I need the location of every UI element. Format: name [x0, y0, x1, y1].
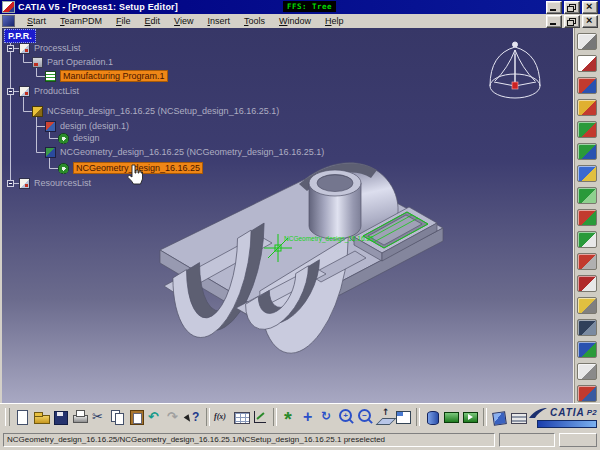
tree-item-productlist[interactable]: ProductList — [19, 85, 79, 97]
render-style-icon[interactable] — [509, 408, 528, 426]
tree-item-processlist[interactable]: ProcessList — [19, 42, 81, 54]
tree-item-design-design-1-[interactable]: design (design.1) — [45, 120, 129, 132]
pan-icon[interactable] — [299, 408, 318, 426]
resource-icon[interactable] — [577, 385, 597, 402]
doc-restore-button[interactable] — [564, 15, 580, 28]
tree-item-label: Manufacturing Program.1 — [60, 70, 168, 82]
view-compass[interactable] — [484, 40, 546, 108]
bottom-toolbar: CATIA P2 — [0, 403, 600, 430]
measure-icon[interactable] — [251, 408, 270, 426]
tree-item-part-operation-1[interactable]: Part Operation.1 — [32, 56, 113, 68]
zoom-out-icon[interactable] — [356, 408, 375, 426]
catia-window: CATIA V5 - [Process1: Setup Editor] FFS:… — [0, 0, 600, 450]
documentation-icon[interactable] — [577, 363, 597, 380]
catia-app-icon[interactable] — [2, 1, 15, 13]
design-node-icon — [45, 121, 56, 132]
menu-teampdm[interactable]: TeamPDM — [53, 16, 109, 26]
restore-button[interactable] — [564, 1, 580, 14]
profile-contouring-icon[interactable] — [577, 121, 597, 138]
menu-view[interactable]: View — [167, 16, 200, 26]
catia-logo: CATIA P2 — [528, 407, 600, 428]
pocketing-icon[interactable] — [577, 77, 597, 94]
tree-root-ppr[interactable]: P.P.R. — [4, 29, 36, 43]
right-toolbar — [573, 28, 600, 404]
toolbar-grip[interactable] — [5, 408, 10, 426]
paste-icon[interactable] — [127, 408, 146, 426]
sweeping-icon[interactable] — [577, 187, 597, 204]
menu-window[interactable]: Window — [272, 16, 318, 26]
cut-icon[interactable] — [89, 408, 108, 426]
sketcher-icon[interactable] — [577, 33, 597, 50]
doc-minimize-button[interactable] — [546, 15, 562, 28]
ncgeometry-part-icon — [58, 163, 69, 174]
3d-model-part[interactable]: NCGeometry_design_16.16.25 — [150, 140, 490, 358]
redo-icon[interactable] — [165, 408, 184, 426]
menu-file[interactable]: File — [109, 16, 138, 26]
menu-bar: StartTeamPDMFileEditViewInsertToolsWindo… — [0, 14, 600, 29]
process-list-icon — [19, 43, 30, 54]
tree-item-resourceslist[interactable]: ResourcesList — [19, 177, 91, 189]
swap-visible-space-icon[interactable] — [442, 408, 461, 426]
model-selection-label: NCGeometry_design_16.16.25 — [284, 235, 374, 243]
shading-icon[interactable] — [490, 408, 509, 426]
logo-bar — [537, 420, 597, 428]
drilling-icon[interactable] — [577, 143, 597, 160]
ncgeometry-node-icon — [45, 147, 56, 158]
pencil-operation-icon[interactable] — [577, 209, 597, 226]
select-icon[interactable] — [577, 55, 597, 72]
facing-icon[interactable] — [577, 99, 597, 116]
save-icon[interactable] — [51, 408, 70, 426]
document-window-icon[interactable] — [2, 15, 15, 27]
zoom-in-icon[interactable] — [337, 408, 356, 426]
rotate-icon[interactable] — [318, 408, 337, 426]
tool-change-icon[interactable] — [577, 231, 597, 248]
analysis-icon[interactable] — [577, 341, 597, 358]
menu-tools[interactable]: Tools — [237, 16, 272, 26]
ncsetup-icon — [32, 106, 43, 117]
status-secondary-field[interactable] — [499, 433, 555, 447]
tree-item-manufacturing-program-1[interactable]: Manufacturing Program.1 — [45, 70, 168, 82]
machine-simulation-icon[interactable] — [577, 253, 597, 270]
product-list-icon — [19, 86, 30, 97]
video-simulation-icon[interactable] — [577, 319, 597, 336]
manufacturing-program-icon — [45, 71, 56, 82]
part-operation-icon — [32, 57, 43, 68]
tree-item-label: design — [73, 132, 100, 144]
menu-help[interactable]: Help — [318, 16, 351, 26]
whats-this-icon[interactable] — [184, 408, 203, 426]
undo-icon[interactable] — [146, 408, 165, 426]
toolbar-separator — [416, 408, 420, 426]
roughing-icon[interactable] — [577, 165, 597, 182]
window-title: CATIA V5 - [Process1: Setup Editor] — [18, 2, 178, 12]
resources-list-icon — [19, 178, 30, 189]
multi-view-icon[interactable] — [394, 408, 413, 426]
toolbar-separator — [273, 408, 277, 426]
hide-show-icon[interactable] — [423, 408, 442, 426]
doc-close-button[interactable] — [582, 15, 598, 28]
print-icon[interactable] — [70, 408, 89, 426]
swap-visible-space-2-icon[interactable] — [461, 408, 480, 426]
menu-start[interactable]: Start — [20, 16, 53, 26]
catia-swoosh-icon — [528, 407, 548, 419]
toolbar-separator — [206, 408, 210, 426]
menu-insert[interactable]: Insert — [200, 16, 237, 26]
minimize-button[interactable] — [546, 1, 562, 14]
3d-viewport[interactable]: P.P.R. ProcessListPart Operation.1Manufa… — [0, 28, 573, 404]
menu-edit[interactable]: Edit — [138, 16, 168, 26]
design-table-icon[interactable] — [232, 408, 251, 426]
close-button[interactable] — [582, 1, 598, 14]
auxiliary-commands-icon[interactable] — [577, 297, 597, 314]
formula-icon[interactable] — [213, 408, 232, 426]
menu-items: StartTeamPDMFileEditViewInsertToolsWindo… — [20, 16, 351, 26]
tool-catalog-icon[interactable] — [577, 275, 597, 292]
normal-view-icon[interactable] — [375, 408, 394, 426]
status-corner-box[interactable] — [559, 433, 597, 447]
logo-brand: CATIA — [550, 407, 585, 418]
new-document-icon[interactable] — [13, 408, 32, 426]
tree-item-ncsetup-design-16-16-25-ncsetup-design-1[interactable]: NCSetup_design_16.16.25 (NCSetup_design_… — [32, 105, 279, 117]
tree-item-design[interactable]: design — [58, 132, 100, 144]
copy-icon[interactable] — [108, 408, 127, 426]
fit-all-in-icon[interactable] — [280, 408, 299, 426]
open-icon[interactable] — [32, 408, 51, 426]
tree-item-label: ResourcesList — [34, 177, 91, 189]
